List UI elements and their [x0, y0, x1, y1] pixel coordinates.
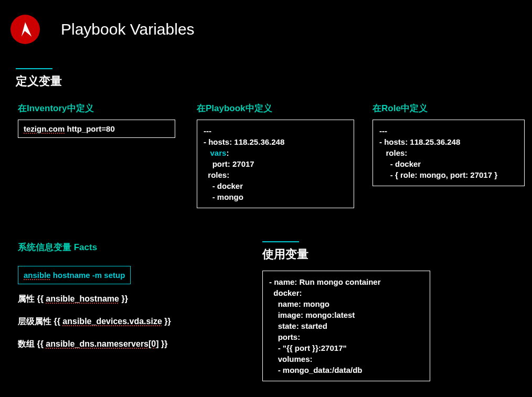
facts-attr-line: 属性 {{ ansible_hostname }} [18, 294, 207, 305]
us-l7: - "{{ port }}:27017" [269, 344, 347, 352]
facts-nest-close: }} [162, 317, 171, 326]
pb-l3c: : [226, 148, 229, 157]
section-heading-define: 定义变量 [16, 73, 62, 89]
inventory-rest: http_port=80 [65, 124, 114, 133]
facts-arr-var: ansible_dns.nameservers[0] [46, 339, 158, 348]
subheading-role: 在Role中定义 [373, 102, 525, 114]
pb-l1: --- [204, 126, 211, 135]
us-l2: docker: [269, 288, 302, 297]
pb-l5: roles: [204, 170, 229, 179]
facts-attr-close: }} [119, 294, 128, 303]
header: Playbook Variables [0, 0, 532, 49]
pb-l3b: vars [210, 148, 227, 157]
us-l8: volumes: [269, 355, 313, 363]
facts-nest-line: 层级属性 {{ ansible_devices.vda.size }} [18, 316, 207, 327]
us-l6: ports: [269, 332, 300, 341]
pb-l2: - hosts: 118.25.36.248 [204, 137, 284, 146]
pb-l7: - mongo [204, 192, 243, 201]
facts-nest-label: 层级属性 {{ [18, 317, 62, 326]
facts-cmd-rest: hostname -m setup [51, 271, 125, 280]
facts-arr-close: }} [159, 339, 168, 348]
facts-attr-label: 属性 {{ [18, 294, 46, 303]
us-l5: state: started [269, 321, 327, 330]
us-l1: - name: Run mongo container [269, 277, 381, 286]
subheading-inventory: 在Inventory中定义 [18, 102, 175, 114]
rl-l2: - hosts: 118.25.36.248 [379, 137, 460, 146]
facts-cmd-ansible: ansible [24, 271, 51, 280]
rl-l5: - { role: mongo, port: 27017 } [379, 170, 497, 179]
section-facts: 系统信息变量 Facts ansible hostname -m setup 属… [18, 241, 207, 361]
codebox-facts-cmd: ansible hostname -m setup [18, 266, 131, 284]
ansible-logo-icon [10, 15, 40, 44]
divider [262, 241, 299, 242]
inventory-host: tezign.com [24, 124, 65, 133]
facts-arr-label: 数组 {{ [18, 339, 46, 348]
divider [16, 68, 52, 69]
facts-attr-var: ansible_hostname [46, 294, 119, 303]
pb-l3a [204, 148, 210, 157]
codebox-playbook: --- - hosts: 118.25.36.248 vars: port: 2… [197, 120, 354, 208]
codebox-inventory: tezign.com http_port=80 [18, 120, 175, 138]
codebox-role: --- - hosts: 118.25.36.248 roles: - dock… [373, 120, 525, 186]
column-role: 在Role中定义 --- - hosts: 118.25.36.248 role… [373, 102, 525, 186]
section-use-variables: 使用变量 - name: Run mongo container docker:… [262, 236, 430, 381]
pb-l4: port: 27017 [204, 159, 254, 168]
column-playbook: 在Playbook中定义 --- - hosts: 118.25.36.248 … [197, 102, 354, 208]
codebox-usage: - name: Run mongo container docker: name… [262, 271, 430, 381]
facts-nest-var: ansible_devices.vda.size [62, 317, 162, 326]
section-define-variables: 定义变量 [16, 63, 62, 89]
us-l4: image: mongo:latest [269, 310, 355, 319]
pb-l6: - docker [204, 181, 243, 190]
facts-arr-line: 数组 {{ ansible_dns.nameservers[0] }} [18, 339, 207, 350]
rl-l4: - docker [379, 159, 421, 168]
section-heading-use: 使用变量 [262, 246, 430, 262]
us-l9: - mongo_data:/data/db [269, 366, 363, 374]
rl-l3: roles: [379, 148, 407, 157]
subheading-playbook: 在Playbook中定义 [197, 102, 354, 114]
column-inventory: 在Inventory中定义 tezign.com http_port=80 [18, 102, 175, 138]
subheading-facts: 系统信息变量 Facts [18, 241, 207, 253]
rl-l1: --- [379, 126, 387, 135]
page-title: Playbook Variables [61, 20, 195, 38]
us-l3: name: mongo [269, 299, 329, 308]
